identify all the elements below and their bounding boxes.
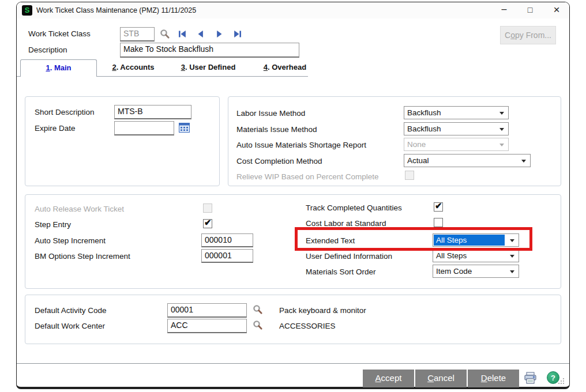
track-completed-quantities-checkbox[interactable]: ✔ [434, 202, 443, 212]
labor-issue-method-label: Labor Issue Method [236, 109, 305, 118]
materials-issue-method-select[interactable]: Backflush [404, 122, 509, 135]
lookup-icon[interactable] [253, 304, 263, 315]
work-ticket-class-input[interactable]: STB [120, 27, 155, 42]
auto-issue-shortage-report-label: Auto Issue Materials Shortage Report [236, 141, 366, 149]
cost-completion-method-select[interactable]: Actual [404, 154, 531, 167]
maximize-button[interactable]: □ [521, 3, 539, 18]
auto-step-increment-input[interactable]: 000010 [201, 233, 253, 247]
window-title: Work Ticket Class Maintenance (PMZ) 11/1… [36, 2, 196, 18]
expire-date-label: Expire Date [35, 124, 76, 133]
default-activity-code-description: Pack keyboard & monitor [279, 306, 366, 315]
materials-issue-method-label: Materials Issue Method [236, 125, 317, 134]
next-record-icon[interactable] [215, 29, 224, 39]
cost-labor-at-standard-checkbox[interactable] [434, 218, 443, 227]
extended-text-label: Extended Text [306, 236, 355, 245]
lookup-icon[interactable] [160, 29, 170, 39]
default-work-center-input[interactable]: ACC [167, 319, 247, 333]
cost-completion-method-label: Cost Completion Method [236, 157, 322, 165]
bm-options-step-increment-label: BM Options Step Increment [35, 252, 130, 261]
default-work-center-label: Default Work Center [35, 322, 105, 330]
footer-divider [17, 363, 569, 364]
options-groupbox: Auto Release Work Ticket Step Entry ✔ Au… [25, 194, 561, 289]
lookup-icon[interactable] [253, 320, 263, 330]
auto-step-increment-label: Auto Step Increment [35, 236, 106, 245]
step-entry-checkbox[interactable]: ✔ [203, 219, 212, 228]
tab-main[interactable]: 1. Main [20, 59, 97, 77]
auto-release-label: Auto Release Work Ticket [35, 205, 124, 213]
description-input[interactable]: Make To Stock Backflush [120, 43, 299, 58]
close-button[interactable]: × [547, 3, 566, 18]
default-activity-code-label: Default Activity Code [35, 306, 107, 315]
step-entry-label: Step Entry [35, 220, 71, 229]
materials-sort-order-label: Materials Sort Order [306, 267, 376, 276]
relieve-wip-label: Relieve WIP Based on Percent Complete [236, 172, 379, 181]
chevron-down-icon [499, 128, 504, 131]
last-record-icon[interactable] [233, 29, 242, 39]
tab-user-defined[interactable]: 3. User Defined [172, 59, 244, 77]
title-bar: S Work Ticket Class Maintenance (PMZ) 11… [17, 2, 569, 18]
cost-labor-at-standard-label: Cost Labor at Standard [306, 219, 386, 228]
copy-from-button: Copy From... [500, 26, 556, 44]
app-window: S Work Ticket Class Maintenance (PMZ) 11… [16, 2, 570, 389]
accept-button[interactable]: Accept [363, 370, 414, 387]
first-record-icon[interactable] [178, 29, 187, 39]
expire-date-input[interactable] [114, 121, 174, 135]
calendar-icon[interactable] [179, 123, 190, 133]
tab-accounts[interactable]: 2. Accounts [102, 59, 165, 77]
cancel-button[interactable]: Cancel [415, 370, 467, 387]
user-defined-information-select[interactable]: All Steps [433, 249, 519, 262]
default-activity-code-input[interactable]: 00001 [167, 303, 247, 318]
extended-text-select[interactable]: All Steps [433, 233, 519, 247]
chevron-down-icon [510, 255, 514, 258]
delete-button[interactable]: Delete [468, 370, 519, 387]
chevron-down-icon [510, 270, 514, 273]
description-label: Description [28, 46, 67, 54]
methods-groupbox: Labor Issue Method Backflush Materials I… [228, 96, 561, 186]
print-icon[interactable] [524, 372, 537, 384]
track-completed-quantities-label: Track Completed Quantities [306, 203, 402, 212]
resize-grip[interactable] [558, 378, 565, 385]
materials-sort-order-select[interactable]: Item Code [433, 265, 519, 278]
bm-options-step-increment-input[interactable]: 000001 [201, 249, 253, 263]
user-defined-information-label: User Defined Information [306, 252, 392, 261]
auto-release-checkbox [203, 203, 212, 213]
work-ticket-class-label: Work Ticket Class [28, 29, 91, 38]
tab-overhead[interactable]: 4. Overhead [252, 59, 318, 77]
app-icon: S [22, 5, 32, 16]
selected-option: All Steps [434, 235, 505, 246]
short-description-label: Short Description [35, 108, 95, 116]
default-work-center-description: ACCESSORIES [279, 322, 336, 330]
relieve-wip-checkbox [405, 171, 414, 180]
minimize-button[interactable]: – [495, 3, 513, 18]
chevron-down-icon [510, 239, 514, 242]
chevron-down-icon [521, 160, 526, 163]
previous-record-icon[interactable] [196, 29, 205, 39]
general-groupbox: Short Description MTS-B Expire Date [25, 96, 220, 186]
labor-issue-method-select[interactable]: Backflush [404, 106, 509, 119]
chevron-down-icon [499, 144, 504, 146]
short-description-input[interactable]: MTS-B [114, 105, 191, 119]
chevron-down-icon [499, 112, 504, 115]
defaults-groupbox: Default Activity Code 00001 Pack keyboar… [25, 295, 561, 344]
auto-issue-shortage-report-select: None [404, 138, 509, 151]
